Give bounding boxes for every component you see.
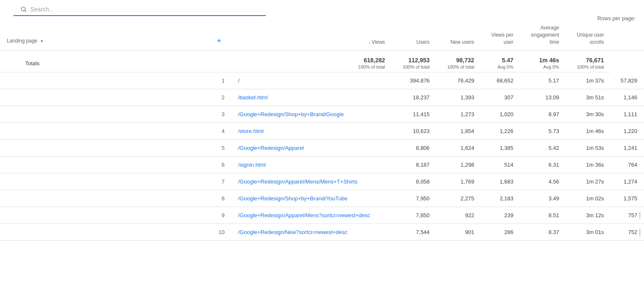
row-views-per-user: 5.17 <box>520 72 566 89</box>
totals-avg-engagement-time: 1m 46s <box>539 57 559 64</box>
row-views: 7,850 <box>392 207 436 224</box>
landing-page-link[interactable]: /Google+Redesign/Shop+by+Brand/Google <box>231 106 392 123</box>
data-table: Landing page ▾ + ↓Views Users New users <box>0 19 644 241</box>
column-header-views[interactable]: ↓Views <box>231 19 392 51</box>
row-number: 6 <box>0 157 231 173</box>
totals-row: Totals 618,282 100% of total 112,953 100… <box>0 51 644 72</box>
column-header-views-per-user[interactable]: Views peruser <box>481 19 520 51</box>
landing-page-link[interactable]: /basket.html <box>231 89 392 106</box>
row-unique-user-scrolls: 1,220 <box>611 123 644 140</box>
add-dimension-button[interactable]: + <box>213 37 225 45</box>
avg-engagement-time-label: Averageengagementtime <box>531 25 559 45</box>
column-header-new-users[interactable]: New users <box>436 19 481 51</box>
row-users: 2,275 <box>436 190 481 207</box>
row-unique-user-scrolls: 57,829 <box>611 72 644 89</box>
landing-page-link[interactable]: /signin.html <box>231 157 392 173</box>
landing-page-link[interactable]: /Google+Redesign/Apparel <box>231 140 392 157</box>
table-row: 4 /store.html 10,623 1,854 1,226 5.73 1m… <box>0 123 644 140</box>
totals-views-per-user-sub: Avg 0% <box>488 64 513 69</box>
chevron-down-icon: ▾ <box>41 38 43 44</box>
totals-views-per-user: 5.47 <box>502 57 513 64</box>
row-users: 1,769 <box>436 173 481 190</box>
totals-views: 618,282 <box>364 57 385 64</box>
row-views: 394,876 <box>392 72 436 89</box>
landing-page-link[interactable]: / <box>231 72 392 89</box>
row-number: 3 <box>0 106 231 123</box>
totals-label: Totals <box>25 60 40 67</box>
column-header-landing-page[interactable]: Landing page ▾ + <box>0 19 231 51</box>
row-new-users: 1,683 <box>481 173 520 190</box>
search-icon <box>20 6 27 13</box>
totals-avg-engagement-time-sub: Avg 0% <box>527 64 559 69</box>
row-views: 8,187 <box>392 157 436 173</box>
row-new-users: 514 <box>481 157 520 173</box>
search-bar <box>13 3 266 16</box>
row-new-users: 1,226 <box>481 123 520 140</box>
table-row: 3 /Google+Redesign/Shop+by+Brand/Google … <box>0 106 644 123</box>
table-row: 10 /Google+Redesign/New?sortci=newest+de… <box>0 224 644 241</box>
row-new-users: 1,385 <box>481 140 520 157</box>
table-row: 5 /Google+Redesign/Apparel 8,806 1,624 1… <box>0 140 644 157</box>
row-users: 922 <box>436 207 481 224</box>
row-avg-engagement-time: 1m 37s <box>566 72 611 89</box>
landing-page-link[interactable]: /Google+Redesign/Apparel/Mens?sortci=new… <box>231 207 392 224</box>
totals-new-users: 98,732 <box>456 57 474 64</box>
views-per-user-label: Views peruser <box>491 32 513 45</box>
landing-page-link[interactable]: /Google+Redesign/New?sortci=newest+desc <box>231 224 392 241</box>
row-unique-user-scrolls: 1,274 <box>611 173 644 190</box>
search-input[interactable] <box>30 6 199 13</box>
row-unique-user-scrolls: 1,241 <box>611 140 644 157</box>
row-avg-engagement-time: 3m 30s <box>566 106 611 123</box>
row-views-per-user: 4.56 <box>520 173 566 190</box>
row-new-users: 307 <box>481 89 520 106</box>
row-new-users: 286 <box>481 224 520 241</box>
row-unique-user-scrolls: 1,111 <box>611 106 644 123</box>
table-row: 8 /Google+Redesign/Shop+by+Brand/YouTube… <box>0 190 644 207</box>
row-views: 8,058 <box>392 173 436 190</box>
totals-new-users-sub: 100% of total <box>443 64 474 69</box>
table-row: 2 /basket.html 18,237 1,393 307 13.09 3m… <box>0 89 644 106</box>
landing-page-link[interactable]: /Google+Redesign/Shop+by+Brand/YouTube <box>231 190 392 207</box>
row-unique-user-scrolls: 757 <box>611 207 644 224</box>
row-users: 1,298 <box>436 157 481 173</box>
column-header-users[interactable]: Users <box>392 19 436 51</box>
row-avg-engagement-time: 1m 02s <box>566 190 611 207</box>
row-views: 10,623 <box>392 123 436 140</box>
users-label: Users <box>416 39 429 45</box>
totals-users: 112,953 <box>408 57 430 64</box>
totals-users-sub: 100% of total <box>398 64 429 69</box>
row-views-per-user: 6.31 <box>520 157 566 173</box>
column-header-unique-user-scrolls[interactable]: Unique userscrolls <box>566 19 611 51</box>
row-new-users: 1,020 <box>481 106 520 123</box>
column-header-avg-engagement-time[interactable]: Averageengagementtime <box>520 19 566 51</box>
row-avg-engagement-time: 1m 36s <box>566 157 611 173</box>
row-new-users: 2,183 <box>481 190 520 207</box>
row-unique-user-scrolls: 752 <box>611 224 644 241</box>
row-number: 2 <box>0 89 231 106</box>
row-number: 10 <box>0 224 231 241</box>
row-views-per-user: 13.09 <box>520 89 566 106</box>
row-number: 5 <box>0 140 231 157</box>
table-row: 9 /Google+Redesign/Apparel/Mens?sortci=n… <box>0 207 644 224</box>
rows-per-page-label: Rows per page: <box>597 15 636 21</box>
table-row: 6 /signin.html 8,187 1,298 514 6.31 1m 3… <box>0 157 644 173</box>
landing-page-link[interactable]: /Google+Redesign/Apparel/Mens/Mens+T+Shi… <box>231 173 392 190</box>
row-views-per-user: 5.73 <box>520 123 566 140</box>
totals-views-sub: 100% of total <box>238 64 385 69</box>
row-unique-user-scrolls: 764 <box>611 157 644 173</box>
row-number: 1 <box>0 72 231 89</box>
row-views: 8,806 <box>392 140 436 157</box>
landing-page-link[interactable]: /store.html <box>231 123 392 140</box>
row-views: 18,237 <box>392 89 436 106</box>
row-users: 1,854 <box>436 123 481 140</box>
totals-unique-user-scrolls: 76,671 <box>586 57 604 64</box>
totals-unique-user-scrolls-sub: 100% of total <box>572 64 604 69</box>
row-avg-engagement-time: 3m 12s <box>566 207 611 224</box>
row-avg-engagement-time: 1m 46s <box>566 123 611 140</box>
row-views-per-user: 8.37 <box>520 224 566 241</box>
row-views: 7,950 <box>392 190 436 207</box>
sort-arrow-icon: ↓ <box>368 40 371 45</box>
row-views: 7,544 <box>392 224 436 241</box>
table-row: 7 /Google+Redesign/Apparel/Mens/Mens+T+S… <box>0 173 644 190</box>
row-users: 901 <box>436 224 481 241</box>
